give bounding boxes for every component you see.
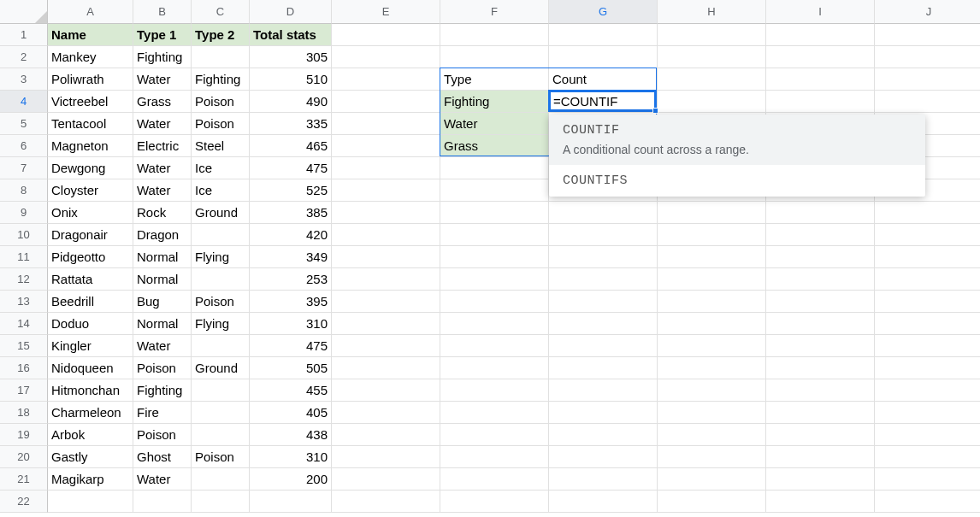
cell-B2[interactable]: Fighting bbox=[133, 46, 192, 68]
cell-I18[interactable] bbox=[766, 402, 875, 424]
row-head-3[interactable]: 3 bbox=[0, 68, 48, 91]
cell-F13[interactable] bbox=[440, 291, 549, 313]
cell-B15[interactable]: Water bbox=[133, 335, 192, 357]
cell-A7[interactable]: Dewgong bbox=[48, 157, 133, 179]
cell-C7[interactable]: Ice bbox=[192, 157, 250, 179]
cell-A13[interactable]: Beedrill bbox=[48, 291, 133, 313]
cell-D2[interactable]: 305 bbox=[250, 46, 332, 68]
cell-J16[interactable] bbox=[875, 357, 980, 379]
cell-D21[interactable]: 200 bbox=[250, 468, 332, 491]
cell-A22[interactable] bbox=[48, 491, 133, 513]
cell-A4[interactable]: Victreebel bbox=[48, 91, 133, 113]
row-head-5[interactable]: 5 bbox=[0, 113, 48, 135]
cell-E6[interactable] bbox=[332, 135, 440, 157]
row-head-21[interactable]: 21 bbox=[0, 468, 48, 491]
cell-B6[interactable]: Electric bbox=[133, 135, 192, 157]
row-head-11[interactable]: 11 bbox=[0, 246, 48, 268]
row-head-4[interactable]: 4 bbox=[0, 91, 48, 113]
cell-J13[interactable] bbox=[875, 291, 980, 313]
cell-F1[interactable] bbox=[440, 24, 549, 46]
cell-A17[interactable]: Hitmonchan bbox=[48, 379, 133, 402]
cell-C5[interactable]: Poison bbox=[192, 113, 250, 135]
cell-A12[interactable]: Rattata bbox=[48, 268, 133, 291]
cell-F8[interactable] bbox=[440, 179, 549, 202]
cell-I14[interactable] bbox=[766, 313, 875, 335]
row-head-12[interactable]: 12 bbox=[0, 268, 48, 291]
cell-D20[interactable]: 310 bbox=[250, 446, 332, 468]
cell-H20[interactable] bbox=[658, 446, 766, 468]
cell-G13[interactable] bbox=[549, 291, 658, 313]
cell-J14[interactable] bbox=[875, 313, 980, 335]
cell-I22[interactable] bbox=[766, 491, 875, 513]
cell-C6[interactable]: Steel bbox=[192, 135, 250, 157]
cell-J19[interactable] bbox=[875, 424, 980, 446]
cell-E20[interactable] bbox=[332, 446, 440, 468]
cell-F17[interactable] bbox=[440, 379, 549, 402]
cell-E12[interactable] bbox=[332, 268, 440, 291]
cell-G20[interactable] bbox=[549, 446, 658, 468]
grid[interactable]: NameType 1Type 2Total statsMankeyFightin… bbox=[48, 24, 980, 513]
cell-B22[interactable] bbox=[133, 491, 192, 513]
cell-G12[interactable] bbox=[549, 268, 658, 291]
cell-C14[interactable]: Flying bbox=[192, 313, 250, 335]
cell-C9[interactable]: Ground bbox=[192, 202, 250, 224]
cell-A18[interactable]: Charmeleon bbox=[48, 402, 133, 424]
cell-D5[interactable]: 335 bbox=[250, 113, 332, 135]
cell-G1[interactable] bbox=[549, 24, 658, 46]
cell-F15[interactable] bbox=[440, 335, 549, 357]
col-head-G[interactable]: G bbox=[549, 0, 658, 24]
cell-F4[interactable]: Fighting bbox=[440, 91, 549, 113]
cell-I1[interactable] bbox=[766, 24, 875, 46]
cell-J17[interactable] bbox=[875, 379, 980, 402]
cell-C12[interactable] bbox=[192, 268, 250, 291]
cell-D3[interactable]: 510 bbox=[250, 68, 332, 91]
cell-I13[interactable] bbox=[766, 291, 875, 313]
cell-G16[interactable] bbox=[549, 357, 658, 379]
cell-B1[interactable]: Type 1 bbox=[133, 24, 192, 46]
row-head-1[interactable]: 1 bbox=[0, 24, 48, 46]
cell-I20[interactable] bbox=[766, 446, 875, 468]
cell-B9[interactable]: Rock bbox=[133, 202, 192, 224]
cell-I9[interactable] bbox=[766, 202, 875, 224]
cell-B3[interactable]: Water bbox=[133, 68, 192, 91]
row-head-14[interactable]: 14 bbox=[0, 313, 48, 335]
cell-C1[interactable]: Type 2 bbox=[192, 24, 250, 46]
cell-J15[interactable] bbox=[875, 335, 980, 357]
cell-D4[interactable]: 490 bbox=[250, 91, 332, 113]
col-head-F[interactable]: F bbox=[440, 0, 549, 24]
cell-J9[interactable] bbox=[875, 202, 980, 224]
cell-G18[interactable] bbox=[549, 402, 658, 424]
cell-D14[interactable]: 310 bbox=[250, 313, 332, 335]
cell-G15[interactable] bbox=[549, 335, 658, 357]
cell-G4[interactable] bbox=[549, 91, 658, 113]
cell-F10[interactable] bbox=[440, 224, 549, 246]
row-head-15[interactable]: 15 bbox=[0, 335, 48, 357]
cell-F19[interactable] bbox=[440, 424, 549, 446]
cell-G9[interactable] bbox=[549, 202, 658, 224]
cell-B18[interactable]: Fire bbox=[133, 402, 192, 424]
row-head-19[interactable]: 19 bbox=[0, 424, 48, 446]
col-head-B[interactable]: B bbox=[133, 0, 192, 24]
row-head-18[interactable]: 18 bbox=[0, 402, 48, 424]
cell-I4[interactable] bbox=[766, 91, 875, 113]
cell-C15[interactable] bbox=[192, 335, 250, 357]
cell-H19[interactable] bbox=[658, 424, 766, 446]
cell-A20[interactable]: Gastly bbox=[48, 446, 133, 468]
cell-G17[interactable] bbox=[549, 379, 658, 402]
cell-B17[interactable]: Fighting bbox=[133, 379, 192, 402]
cell-J10[interactable] bbox=[875, 224, 980, 246]
row-head-20[interactable]: 20 bbox=[0, 446, 48, 468]
cell-E15[interactable] bbox=[332, 335, 440, 357]
cell-E22[interactable] bbox=[332, 491, 440, 513]
cell-I15[interactable] bbox=[766, 335, 875, 357]
cell-J20[interactable] bbox=[875, 446, 980, 468]
cell-B21[interactable]: Water bbox=[133, 468, 192, 491]
cell-D6[interactable]: 465 bbox=[250, 135, 332, 157]
cell-C13[interactable]: Poison bbox=[192, 291, 250, 313]
cell-D17[interactable]: 455 bbox=[250, 379, 332, 402]
cell-E18[interactable] bbox=[332, 402, 440, 424]
cell-H11[interactable] bbox=[658, 246, 766, 268]
cell-I19[interactable] bbox=[766, 424, 875, 446]
cell-H13[interactable] bbox=[658, 291, 766, 313]
cell-E2[interactable] bbox=[332, 46, 440, 68]
